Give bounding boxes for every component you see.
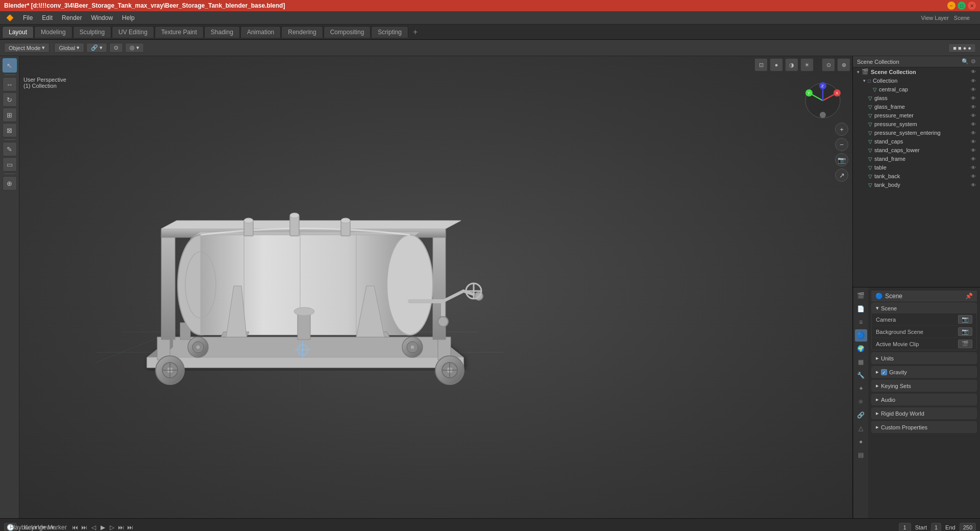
tab-uv-editing[interactable]: UV Editing bbox=[112, 26, 154, 38]
outliner-filter-icon[interactable]: 🔍 bbox=[962, 58, 969, 65]
outliner-item-stand-frame[interactable]: ▽ stand_frame 👁 bbox=[864, 155, 980, 163]
output-properties-tab[interactable]: 📄 bbox=[855, 303, 867, 315]
viewport-shading-render[interactable]: ☀ bbox=[800, 58, 814, 71]
viewport-shading-solid[interactable]: ● bbox=[770, 58, 783, 71]
tab-texture-paint[interactable]: Texture Paint bbox=[155, 26, 204, 38]
jump-forward-button[interactable]: ⏭ bbox=[116, 523, 126, 531]
maximize-button[interactable]: □ bbox=[958, 2, 966, 10]
viewport[interactable]: User Perspective (1) Collection ⊡ ● ◑ ☀ … bbox=[19, 56, 852, 518]
eye-glass[interactable]: 👁 bbox=[971, 95, 976, 101]
menu-item-help[interactable]: Help bbox=[118, 13, 139, 22]
eye-stand-caps[interactable]: 👁 bbox=[971, 139, 976, 144]
object-properties-tab[interactable]: ▦ bbox=[855, 356, 867, 368]
eye-central-cap[interactable]: 👁 bbox=[971, 87, 976, 92]
eye-table[interactable]: 👁 bbox=[971, 165, 976, 171]
proportional-edit[interactable]: ⊙ bbox=[109, 43, 123, 53]
keying-sets-header[interactable]: ▸ Keying Sets bbox=[872, 380, 976, 391]
snap-button[interactable]: 🔗 ▾ bbox=[86, 43, 107, 53]
step-back-button[interactable]: ◁ bbox=[89, 523, 98, 531]
background-scene-selector[interactable]: 📷 bbox=[958, 327, 972, 336]
render-properties-tab[interactable]: 🎬 bbox=[855, 289, 867, 302]
axis-gizmo[interactable]: X Y Z bbox=[804, 82, 842, 120]
outliner-item-scene-collection[interactable]: ▾ 🎬 Scene Collection 👁 bbox=[853, 67, 980, 77]
rigid-body-header[interactable]: ▸ Rigid Body World bbox=[872, 408, 976, 419]
view-layer-tab[interactable]: ≡ bbox=[855, 316, 867, 328]
camera-button[interactable]: 📷 bbox=[835, 153, 848, 166]
zoom-out-button[interactable]: − bbox=[835, 138, 848, 151]
modifier-properties-tab[interactable]: 🔧 bbox=[855, 369, 867, 381]
scene-section-header[interactable]: ▾ Scene bbox=[872, 303, 976, 313]
outliner-filter-icon2[interactable]: ⚙ bbox=[971, 58, 976, 65]
gravity-checkbox[interactable]: ✓ bbox=[881, 369, 887, 375]
audio-section-header[interactable]: ▸ Audio bbox=[872, 394, 976, 405]
outliner-item-stand-caps[interactable]: ▽ stand_caps 👁 bbox=[864, 137, 980, 146]
collection-visibility[interactable]: 👁 bbox=[971, 78, 976, 84]
units-section-header[interactable]: ▸ Units bbox=[872, 353, 976, 364]
outliner-item-glass[interactable]: ▽ glass 👁 bbox=[864, 94, 980, 103]
outliner-item-stand-caps-lower[interactable]: ▽ stand_caps_lower 👁 bbox=[864, 146, 980, 155]
step-forward-button[interactable]: ▷ bbox=[107, 523, 116, 531]
menu-item-edit[interactable]: Edit bbox=[38, 13, 57, 22]
viewport-shading[interactable]: ■ ■ ● ● bbox=[948, 43, 976, 53]
tab-rendering[interactable]: Rendering bbox=[281, 26, 323, 38]
custom-props-header[interactable]: ▸ Custom Properties bbox=[872, 422, 976, 432]
physics-tab[interactable]: ⚛ bbox=[855, 396, 867, 408]
tab-shading[interactable]: Shading bbox=[204, 26, 240, 38]
transform-tool[interactable]: ⊠ bbox=[3, 123, 17, 137]
measure-tool[interactable]: ▭ bbox=[3, 157, 17, 172]
tab-compositing[interactable]: Compositing bbox=[324, 26, 371, 38]
world-properties-tab[interactable]: 🌍 bbox=[855, 343, 867, 355]
jump-back-button[interactable]: ⏭ bbox=[80, 523, 89, 531]
tab-animation[interactable]: Animation bbox=[240, 26, 281, 38]
play-button[interactable]: ▶ bbox=[98, 523, 107, 531]
outliner-item-glass-frame[interactable]: ▽ glass_frame 👁 bbox=[864, 103, 980, 111]
menu-item-blender[interactable]: 🔶 bbox=[2, 13, 18, 22]
jump-to-end-button[interactable]: ⏭ bbox=[126, 523, 135, 531]
material-tab[interactable]: ● bbox=[855, 436, 867, 448]
gizmo-button[interactable]: ⊕ bbox=[837, 58, 850, 71]
viewport-shading-wire[interactable]: ⊡ bbox=[754, 58, 768, 71]
camera-selector[interactable]: 📷 bbox=[958, 315, 972, 324]
particles-tab[interactable]: ✦ bbox=[855, 382, 867, 395]
eye-stand-frame[interactable]: 👁 bbox=[971, 156, 976, 162]
pin-icon[interactable]: 📌 bbox=[965, 293, 973, 300]
outliner-collection[interactable]: ▾ □ Collection 👁 bbox=[859, 77, 980, 85]
menu-item-render[interactable]: Render bbox=[58, 13, 86, 22]
menu-item-window[interactable]: Window bbox=[87, 13, 117, 22]
close-button[interactable]: ✕ bbox=[968, 2, 976, 10]
rotate-tool[interactable]: ↻ bbox=[3, 92, 17, 107]
outliner-item-table[interactable]: ▽ table 👁 bbox=[864, 163, 980, 172]
tab-sculpting[interactable]: Sculpting bbox=[73, 26, 111, 38]
outliner-item-tank-body[interactable]: ▽ tank_body 👁 bbox=[864, 181, 980, 189]
eye-pressure-meter[interactable]: 👁 bbox=[971, 113, 976, 118]
eye-pressure-system-entering[interactable]: 👁 bbox=[971, 130, 976, 136]
eye-tank-back[interactable]: 👁 bbox=[971, 174, 976, 179]
object-mode-dropdown[interactable]: Object Mode ▾ bbox=[4, 43, 50, 53]
constraints-tab[interactable]: 🔗 bbox=[855, 409, 867, 421]
global-dropdown[interactable]: Global ▾ bbox=[54, 43, 84, 53]
toggle-view-button[interactable]: ↗ bbox=[835, 168, 848, 182]
tab-add-button[interactable]: + bbox=[409, 28, 422, 37]
viewport-shading-material[interactable]: ◑ bbox=[785, 58, 798, 71]
scale-tool[interactable]: ⊞ bbox=[3, 108, 17, 122]
jump-to-start-button[interactable]: ⏮ bbox=[70, 523, 80, 531]
end-frame-input[interactable]: 250 bbox=[960, 523, 976, 531]
menu-item-file[interactable]: File bbox=[19, 13, 37, 22]
start-frame-input[interactable]: 1 bbox=[931, 523, 941, 531]
outliner-item-pressure-system[interactable]: ▽ pressure_system 👁 bbox=[864, 120, 980, 129]
data-tab[interactable]: △ bbox=[855, 422, 867, 435]
texture-tab[interactable]: ▤ bbox=[855, 449, 867, 461]
scene-properties-tab[interactable]: 🔵 bbox=[855, 329, 867, 342]
annotate-tool[interactable]: ✎ bbox=[3, 142, 17, 156]
minimize-button[interactable]: − bbox=[947, 2, 955, 10]
overlay-button[interactable]: ⊙ bbox=[822, 58, 835, 71]
outliner-item-central-cap[interactable]: ▾ ▽ central_cap 👁 bbox=[864, 85, 980, 94]
eye-glass-frame[interactable]: 👁 bbox=[971, 104, 976, 110]
outliner-item-pressure-meter[interactable]: ▽ pressure_meter 👁 bbox=[864, 111, 980, 120]
gravity-section-header[interactable]: ▸ ✓ Gravity bbox=[872, 367, 976, 377]
current-frame-input[interactable]: 1 bbox=[899, 523, 911, 531]
eye-stand-caps-lower[interactable]: 👁 bbox=[971, 148, 976, 153]
visibility-toggle[interactable]: 👁 bbox=[971, 69, 976, 75]
tab-layout[interactable]: Layout bbox=[2, 26, 34, 38]
movie-clip-selector[interactable]: 🎬 bbox=[958, 340, 972, 348]
